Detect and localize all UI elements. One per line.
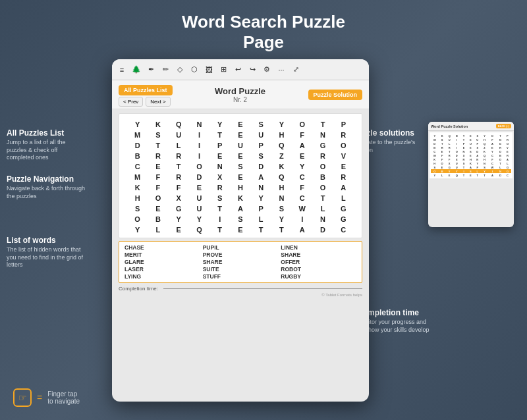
grid-cell: S <box>251 151 271 161</box>
grid-cell: D <box>312 224 333 235</box>
grid-cell: P <box>251 203 271 214</box>
grid-cell: L <box>312 203 333 214</box>
eraser-icon[interactable]: ◇ <box>174 64 186 76</box>
small-grid-cell: E <box>446 173 453 177</box>
grid-cell: T <box>312 193 333 203</box>
tablet-footer: © Tablet Formats helps <box>119 293 362 297</box>
grid-cell: Y <box>127 119 148 130</box>
grid-cell: S <box>230 161 250 172</box>
annotation-puzzle-nav: Puzzle Navigation Navigate back & forth … <box>7 174 86 200</box>
grid-cell: N <box>251 182 271 193</box>
small-grid-cell: T <box>481 173 488 177</box>
grid-cell: T <box>209 224 230 235</box>
grid-cell: Z <box>271 151 292 161</box>
grid-cell: O <box>189 161 209 172</box>
puzzle-title: Word Puzzle <box>215 86 265 96</box>
word-item: PUPIL <box>203 244 279 251</box>
layers-icon[interactable]: ⊞ <box>217 64 229 76</box>
finger-icon: ☞ <box>13 388 32 407</box>
grid-cell: P <box>333 119 354 130</box>
small-grid-cell: T <box>474 173 481 177</box>
grid-cell: U <box>169 130 189 140</box>
grid-cell: U <box>251 130 271 140</box>
grid-cell: S <box>209 193 230 203</box>
grid-cell: M <box>127 172 148 182</box>
puzzle-solution-button[interactable]: Puzzle Solution <box>308 90 363 100</box>
image-icon[interactable]: 🖼 <box>203 64 215 76</box>
puzzle-title-block: Word Puzzle Nr. 2 <box>215 86 265 103</box>
grid-cell: R <box>169 172 189 182</box>
grid-cell: O <box>333 140 354 151</box>
pen-icon[interactable]: ✒ <box>145 64 157 76</box>
word-item: RUGBY <box>281 273 356 280</box>
grid-cell: F <box>292 130 312 140</box>
grid-cell: H <box>271 130 292 140</box>
solution-tablet: Word Puzzle Solution BACK (↑) YKQNYESYOT… <box>428 122 514 227</box>
grid-cell: N <box>312 130 333 140</box>
grid-cell: H <box>230 182 250 193</box>
grid-cell: T <box>271 224 292 235</box>
grid-cell: E <box>169 224 189 235</box>
grid-cell: I <box>189 140 209 151</box>
grid-cell: L <box>333 193 354 203</box>
all-puzzles-button[interactable]: All Puzzles List <box>119 85 173 95</box>
grid-cell: E <box>230 172 250 182</box>
grid-cell: I <box>189 151 209 161</box>
grid-cell: S <box>271 203 292 214</box>
grid-cell: Q <box>189 224 209 235</box>
word-item: LINEN <box>281 244 356 251</box>
grid-cell: E <box>230 224 250 235</box>
grid-cell: I <box>209 214 230 224</box>
word-item: OFFER <box>281 259 356 265</box>
shape-icon[interactable]: ⬡ <box>188 64 200 76</box>
grid-cell: E <box>148 161 168 172</box>
word-grid-container: YKQNYESYOTPMSUITEUHFNRDTLIPUPQAGOBRRIEES… <box>119 113 362 238</box>
word-item: SHARE <box>203 259 279 265</box>
word-item: GLARE <box>125 259 200 265</box>
grid-cell: R <box>312 151 333 161</box>
tree-icon[interactable]: 🌲 <box>130 64 142 76</box>
grid-cell: N <box>209 161 230 172</box>
grid-cell: T <box>148 140 168 151</box>
grid-cell: S <box>230 214 250 224</box>
grid-cell: Y <box>189 214 209 224</box>
grid-cell: V <box>333 151 354 161</box>
back-button-small[interactable]: BACK (↑) <box>496 124 511 128</box>
menu-icon[interactable]: ≡ <box>116 64 128 76</box>
grid-cell: C <box>333 224 354 235</box>
grid-cell: K <box>271 161 292 172</box>
grid-cell: E <box>230 119 250 130</box>
small-grid-cell: E <box>467 173 474 177</box>
grid-cell: Y <box>169 214 189 224</box>
marker-icon[interactable]: ✏ <box>159 64 171 76</box>
small-grid-cell: L <box>439 173 446 177</box>
grid-cell: O <box>292 119 312 130</box>
word-item: SUITE <box>203 266 279 273</box>
grid-cell: Q <box>169 119 189 130</box>
grid-cell: B <box>312 172 333 182</box>
grid-cell: B <box>148 214 168 224</box>
grid-cell: B <box>127 151 148 161</box>
grid-cell: A <box>251 172 271 182</box>
grid-cell: Y <box>209 119 230 130</box>
fullscreen-icon[interactable]: ⤢ <box>290 64 302 76</box>
redo-icon[interactable]: ↪ <box>246 64 258 76</box>
settings-icon[interactable]: ⚙ <box>261 64 273 76</box>
grid-cell: K <box>127 182 148 193</box>
grid-cell: D <box>127 140 148 151</box>
word-item: ROBOT <box>281 266 356 273</box>
grid-cell: X <box>169 193 189 203</box>
undo-icon[interactable]: ↩ <box>232 64 244 76</box>
grid-cell: Y <box>127 224 148 235</box>
word-item: STUFF <box>203 273 279 280</box>
finger-hint: ☞ = Finger tapto navigate <box>13 388 80 407</box>
grid-cell: T <box>209 203 230 214</box>
grid-cell: F <box>292 182 312 193</box>
next-button[interactable]: Next > <box>146 97 170 107</box>
more-icon[interactable]: ··· <box>275 64 287 76</box>
solution-header: Word Puzzle Solution BACK (↑) <box>428 122 514 131</box>
main-tablet: ≡ 🌲 ✒ ✏ ◇ ⬡ 🖼 ⊞ ↩ ↪ ⚙ ··· ⤢ All Puzzles … <box>112 59 369 402</box>
grid-cell: O <box>312 182 333 193</box>
grid-cell: M <box>127 130 148 140</box>
prev-button[interactable]: < Prev <box>119 97 143 107</box>
